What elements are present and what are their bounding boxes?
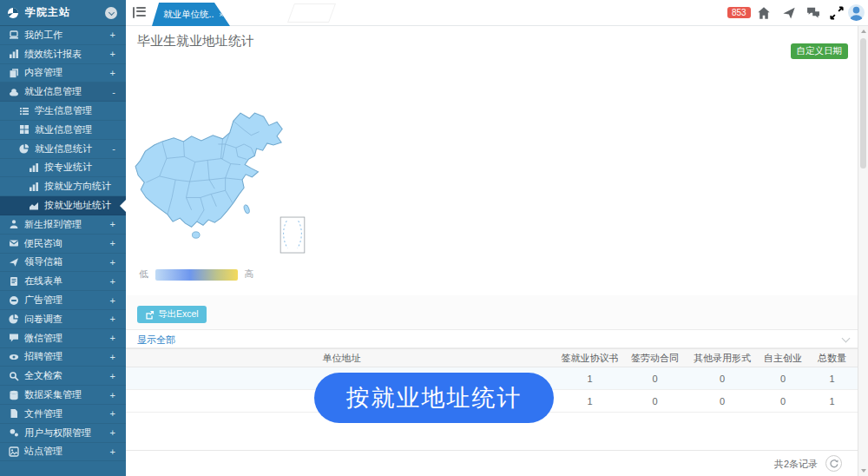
sidebar-item-site-mgmt[interactable]: 站点管理 + bbox=[0, 443, 126, 462]
top-bar: 就业单位统.. × 853 bbox=[126, 0, 868, 26]
vertical-scrollbar[interactable] bbox=[858, 26, 868, 476]
expand-indicator: + bbox=[110, 352, 115, 362]
graduate-icon bbox=[9, 219, 19, 229]
sidebar-item-fulltext-search[interactable]: 全文检索 + bbox=[0, 367, 126, 386]
comments-icon[interactable] bbox=[806, 6, 820, 20]
col-header-total: 总数量 bbox=[809, 352, 855, 365]
legend-low-label: 低 bbox=[139, 268, 148, 281]
custom-date-button[interactable]: 自定义日期 bbox=[791, 43, 849, 59]
expand-indicator: + bbox=[110, 219, 115, 229]
sidebar-item-leader-mailbox[interactable]: 领导信箱 + bbox=[0, 254, 126, 273]
show-all-link[interactable]: 显示全部 bbox=[137, 334, 175, 347]
sidebar-item-employment-stats[interactable]: 就业信息统计 - bbox=[0, 140, 126, 159]
toolbar-band bbox=[126, 295, 858, 330]
sidebar-item-label: 便民咨询 bbox=[24, 237, 62, 250]
sidebar-item-survey[interactable]: 问卷调查 + bbox=[0, 310, 126, 329]
gears-icon bbox=[9, 427, 19, 438]
sidebar-item-stats-by-address[interactable]: 按就业地址统计 bbox=[0, 196, 126, 215]
cloud-icon bbox=[9, 87, 19, 97]
sidebar-item-employment-info-mgmt[interactable]: 就业信息管理 - bbox=[0, 83, 126, 102]
sidebar-header: 学院主站 bbox=[0, 0, 126, 26]
cell-value: 0 bbox=[622, 396, 687, 407]
sidebar-item-label: 按就业地址统计 bbox=[44, 199, 111, 212]
sidebar-item-online-forms[interactable]: 在线表单 + bbox=[0, 272, 126, 291]
notification-badge[interactable]: 853 bbox=[727, 7, 751, 18]
cell-value: 0 bbox=[687, 396, 757, 407]
sidebar-item-user-permission-mgmt[interactable]: 用户与权限管理 + bbox=[0, 424, 126, 443]
menu-toggle-icon[interactable] bbox=[133, 7, 146, 18]
sidebar-collapse-button[interactable] bbox=[105, 7, 117, 19]
chat-bubble-icon bbox=[9, 333, 19, 343]
sidebar-item-label: 在线表单 bbox=[24, 274, 62, 288]
expand-indicator: + bbox=[110, 68, 115, 78]
active-item-arrow bbox=[120, 200, 126, 212]
sidebar-item-employment-info[interactable]: 就业信息管理 bbox=[0, 121, 126, 140]
sidebar-item-my-work[interactable]: 我的工作 + bbox=[0, 26, 126, 45]
collapse-indicator: - bbox=[112, 87, 115, 97]
cell-value: 0 bbox=[622, 374, 687, 384]
search-icon bbox=[9, 371, 19, 381]
sidebar-item-data-collection[interactable]: 数据采集管理 + bbox=[0, 386, 126, 405]
sidebar-item-public-consult[interactable]: 便民咨询 + bbox=[0, 235, 126, 254]
scrollbar-thumb[interactable] bbox=[860, 38, 866, 169]
expand-indicator: + bbox=[110, 276, 115, 287]
send-icon[interactable] bbox=[782, 6, 796, 20]
map-taiwan bbox=[243, 204, 250, 214]
file-icon bbox=[9, 408, 19, 419]
sidebar-item-stats-by-direction[interactable]: 按就业方向统计 bbox=[0, 177, 126, 196]
laptop-icon bbox=[9, 30, 19, 40]
area-chart-icon bbox=[29, 201, 39, 211]
sidebar-item-stats-by-major[interactable]: 按专业统计 bbox=[0, 159, 126, 178]
sidebar-item-label: 站点管理 bbox=[24, 445, 62, 458]
chevron-down-icon bbox=[108, 9, 114, 15]
expand-indicator: + bbox=[110, 427, 115, 438]
sidebar-item-freshman-registration[interactable]: 新生报到管理 + bbox=[0, 215, 126, 235]
sidebar-item-label: 学生信息管理 bbox=[35, 104, 92, 117]
sidebar-item-recruitment-mgmt[interactable]: 招聘管理 + bbox=[0, 348, 126, 367]
sidebar-item-content-mgmt[interactable]: 内容管理 + bbox=[0, 64, 126, 83]
map-hainan bbox=[192, 232, 200, 238]
expand-indicator: + bbox=[110, 257, 115, 268]
export-excel-button[interactable]: 导出Excel bbox=[137, 306, 207, 323]
cell-value: 0 bbox=[687, 374, 757, 384]
send-icon bbox=[9, 257, 19, 268]
sidebar-item-ad-mgmt[interactable]: 广告管理 + bbox=[0, 291, 126, 310]
sidebar-item-student-info-mgmt[interactable]: 学生信息管理 bbox=[0, 102, 126, 121]
pie-chart-icon bbox=[9, 314, 19, 324]
sidebar-item-label: 按专业统计 bbox=[44, 161, 92, 174]
sidebar-item-label: 按就业方向统计 bbox=[44, 180, 111, 193]
sidebar-item-label: 就业信息统计 bbox=[35, 142, 92, 155]
user-avatar[interactable] bbox=[848, 4, 865, 21]
globe-icon bbox=[7, 7, 19, 19]
col-header-unit-address: 单位地址 bbox=[126, 352, 557, 365]
home-icon[interactable] bbox=[757, 6, 771, 20]
sidebar-item-wechat-mgmt[interactable]: 微信管理 + bbox=[0, 329, 126, 348]
sidebar-item-file-mgmt[interactable]: 文件管理 + bbox=[0, 405, 126, 424]
table-header-row: 单位地址 签就业协议书 签劳动合同 其他录用形式 自主创业 总数量 bbox=[126, 348, 858, 367]
expand-indicator: + bbox=[110, 30, 115, 40]
chevron-down-icon[interactable] bbox=[842, 334, 851, 343]
site-image-icon bbox=[9, 446, 19, 457]
refresh-button[interactable] bbox=[825, 455, 842, 472]
files-icon bbox=[9, 68, 19, 78]
scroll-up-arrow-icon[interactable] bbox=[861, 30, 866, 33]
china-map[interactable] bbox=[133, 102, 311, 259]
expand-indicator: + bbox=[110, 314, 115, 324]
sidebar-item-label: 微信管理 bbox=[24, 332, 62, 345]
sidebar-item-label: 广告管理 bbox=[24, 294, 62, 307]
document-icon bbox=[9, 276, 19, 287]
cell-value: 0 bbox=[757, 396, 809, 407]
cell-value: 1 bbox=[557, 374, 622, 384]
bar-chart-icon bbox=[29, 182, 39, 192]
fullscreen-icon[interactable] bbox=[830, 6, 844, 20]
inactive-tab-outline bbox=[287, 3, 336, 23]
scroll-down-arrow-icon[interactable] bbox=[861, 469, 866, 473]
sidebar-item-label: 文件管理 bbox=[24, 407, 62, 420]
expand-indicator: + bbox=[110, 390, 115, 400]
ad-icon bbox=[9, 295, 19, 306]
tab-close-icon[interactable]: × bbox=[219, 10, 223, 19]
tab-employment-unit-stats[interactable]: 就业单位统.. × bbox=[152, 3, 230, 26]
sidebar-item-performance-reports[interactable]: 绩效统计报表 + bbox=[0, 45, 126, 64]
cell-value: 0 bbox=[757, 374, 809, 384]
grid-icon bbox=[19, 124, 30, 135]
